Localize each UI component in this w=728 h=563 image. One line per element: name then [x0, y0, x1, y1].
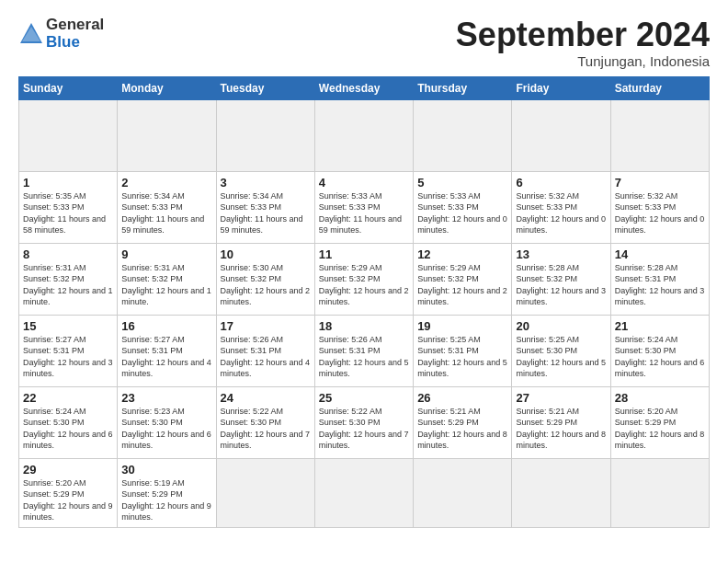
calendar-cell: 3Sunrise: 5:34 AM Sunset: 5:33 PM Daylig…	[216, 171, 314, 243]
day-info: Sunrise: 5:25 AM Sunset: 5:31 PM Dayligh…	[417, 334, 507, 380]
day-info: Sunrise: 5:24 AM Sunset: 5:30 PM Dayligh…	[615, 334, 705, 380]
logo-icon	[18, 21, 44, 47]
title-block: September 2024 Tunjungan, Indonesia	[456, 17, 710, 69]
day-info: Sunrise: 5:21 AM Sunset: 5:29 PM Dayligh…	[516, 406, 606, 452]
day-info: Sunrise: 5:26 AM Sunset: 5:31 PM Dayligh…	[319, 334, 409, 380]
calendar-cell: 13Sunrise: 5:28 AM Sunset: 5:32 PM Dayli…	[512, 243, 610, 315]
col-header-tuesday: Tuesday	[216, 76, 314, 99]
calendar-cell: 6Sunrise: 5:32 AM Sunset: 5:33 PM Daylig…	[512, 171, 610, 243]
header-row: SundayMondayTuesdayWednesdayThursdayFrid…	[19, 76, 710, 99]
day-number: 14	[615, 247, 705, 261]
day-number: 28	[615, 391, 705, 405]
calendar-cell	[314, 99, 413, 171]
day-info: Sunrise: 5:34 AM Sunset: 5:33 PM Dayligh…	[221, 190, 311, 236]
calendar-cell: 10Sunrise: 5:30 AM Sunset: 5:32 PM Dayli…	[216, 243, 314, 315]
calendar-cell: 15Sunrise: 5:27 AM Sunset: 5:31 PM Dayli…	[19, 315, 118, 386]
day-info: Sunrise: 5:33 AM Sunset: 5:33 PM Dayligh…	[319, 190, 409, 236]
day-number: 30	[121, 463, 211, 477]
day-number: 16	[121, 319, 211, 333]
calendar-cell: 28Sunrise: 5:20 AM Sunset: 5:29 PM Dayli…	[610, 386, 709, 458]
logo-blue: Blue	[46, 34, 104, 52]
day-info: Sunrise: 5:28 AM Sunset: 5:32 PM Dayligh…	[516, 262, 606, 308]
header: General Blue September 2024 Tunjungan, I…	[18, 17, 710, 69]
calendar-cell	[512, 99, 610, 171]
col-header-sunday: Sunday	[19, 76, 118, 99]
calendar-cell	[19, 99, 118, 171]
day-number: 4	[319, 176, 409, 190]
calendar-cell: 12Sunrise: 5:29 AM Sunset: 5:32 PM Dayli…	[414, 243, 512, 315]
calendar-cell: 21Sunrise: 5:24 AM Sunset: 5:30 PM Dayli…	[610, 315, 709, 386]
day-number: 11	[319, 247, 409, 261]
day-info: Sunrise: 5:33 AM Sunset: 5:33 PM Dayligh…	[417, 190, 507, 236]
calendar-cell: 14Sunrise: 5:28 AM Sunset: 5:31 PM Dayli…	[610, 243, 709, 315]
day-number: 27	[516, 391, 606, 405]
calendar-cell	[118, 99, 216, 171]
day-info: Sunrise: 5:31 AM Sunset: 5:32 PM Dayligh…	[121, 262, 211, 308]
day-number: 6	[516, 176, 606, 190]
day-info: Sunrise: 5:29 AM Sunset: 5:32 PM Dayligh…	[417, 262, 507, 308]
day-number: 19	[417, 319, 507, 333]
logo-general: General	[46, 17, 104, 34]
day-info: Sunrise: 5:28 AM Sunset: 5:31 PM Dayligh…	[615, 262, 705, 308]
day-info: Sunrise: 5:22 AM Sunset: 5:30 PM Dayligh…	[221, 406, 311, 452]
day-number: 8	[23, 247, 113, 261]
day-number: 9	[121, 247, 211, 261]
calendar-cell: 18Sunrise: 5:26 AM Sunset: 5:31 PM Dayli…	[314, 315, 413, 386]
calendar-cell: 11Sunrise: 5:29 AM Sunset: 5:32 PM Dayli…	[314, 243, 413, 315]
calendar-cell: 1Sunrise: 5:35 AM Sunset: 5:33 PM Daylig…	[19, 171, 118, 243]
day-info: Sunrise: 5:32 AM Sunset: 5:33 PM Dayligh…	[516, 190, 606, 236]
day-info: Sunrise: 5:25 AM Sunset: 5:30 PM Dayligh…	[516, 334, 606, 380]
week-row	[19, 99, 710, 171]
col-header-wednesday: Wednesday	[314, 76, 413, 99]
calendar-cell: 29Sunrise: 5:20 AM Sunset: 5:29 PM Dayli…	[19, 458, 118, 527]
day-number: 23	[121, 391, 211, 405]
day-info: Sunrise: 5:23 AM Sunset: 5:30 PM Dayligh…	[121, 406, 211, 452]
day-number: 21	[615, 319, 705, 333]
day-info: Sunrise: 5:22 AM Sunset: 5:30 PM Dayligh…	[319, 406, 409, 452]
calendar-cell	[610, 458, 709, 527]
calendar-table: SundayMondayTuesdayWednesdayThursdayFrid…	[18, 76, 710, 528]
calendar-cell	[314, 458, 413, 527]
logo: General Blue	[18, 17, 104, 51]
calendar-cell: 7Sunrise: 5:32 AM Sunset: 5:33 PM Daylig…	[610, 171, 709, 243]
day-info: Sunrise: 5:34 AM Sunset: 5:33 PM Dayligh…	[121, 190, 211, 236]
day-number: 2	[121, 176, 211, 190]
col-header-saturday: Saturday	[610, 76, 709, 99]
calendar-cell: 20Sunrise: 5:25 AM Sunset: 5:30 PM Dayli…	[512, 315, 610, 386]
day-number: 24	[221, 391, 311, 405]
location: Tunjungan, Indonesia	[456, 53, 710, 69]
day-info: Sunrise: 5:20 AM Sunset: 5:29 PM Dayligh…	[23, 477, 113, 523]
day-number: 18	[319, 319, 409, 333]
calendar-cell	[610, 99, 709, 171]
calendar-cell: 16Sunrise: 5:27 AM Sunset: 5:31 PM Dayli…	[118, 315, 216, 386]
calendar-cell: 8Sunrise: 5:31 AM Sunset: 5:32 PM Daylig…	[19, 243, 118, 315]
day-info: Sunrise: 5:31 AM Sunset: 5:32 PM Dayligh…	[23, 262, 113, 308]
calendar-cell: 17Sunrise: 5:26 AM Sunset: 5:31 PM Dayli…	[216, 315, 314, 386]
day-info: Sunrise: 5:27 AM Sunset: 5:31 PM Dayligh…	[121, 334, 211, 380]
col-header-friday: Friday	[512, 76, 610, 99]
day-number: 1	[23, 176, 113, 190]
calendar-cell: 27Sunrise: 5:21 AM Sunset: 5:29 PM Dayli…	[512, 386, 610, 458]
day-number: 17	[221, 319, 311, 333]
day-number: 15	[23, 319, 113, 333]
day-info: Sunrise: 5:27 AM Sunset: 5:31 PM Dayligh…	[23, 334, 113, 380]
day-info: Sunrise: 5:19 AM Sunset: 5:29 PM Dayligh…	[121, 477, 211, 523]
col-header-thursday: Thursday	[414, 76, 512, 99]
calendar-cell	[512, 458, 610, 527]
day-info: Sunrise: 5:32 AM Sunset: 5:33 PM Dayligh…	[615, 190, 705, 236]
day-number: 12	[417, 247, 507, 261]
day-number: 25	[319, 391, 409, 405]
calendar-cell	[414, 99, 512, 171]
day-info: Sunrise: 5:29 AM Sunset: 5:32 PM Dayligh…	[319, 262, 409, 308]
calendar-cell	[216, 458, 314, 527]
calendar-cell: 30Sunrise: 5:19 AM Sunset: 5:29 PM Dayli…	[118, 458, 216, 527]
svg-marker-1	[22, 27, 40, 41]
day-info: Sunrise: 5:30 AM Sunset: 5:32 PM Dayligh…	[221, 262, 311, 308]
day-info: Sunrise: 5:20 AM Sunset: 5:29 PM Dayligh…	[615, 406, 705, 452]
month-title: September 2024	[456, 17, 710, 53]
logo-text: General Blue	[46, 17, 104, 51]
calendar-cell: 19Sunrise: 5:25 AM Sunset: 5:31 PM Dayli…	[414, 315, 512, 386]
page: General Blue September 2024 Tunjungan, I…	[0, 0, 728, 563]
week-row: 29Sunrise: 5:20 AM Sunset: 5:29 PM Dayli…	[19, 458, 710, 527]
day-info: Sunrise: 5:26 AM Sunset: 5:31 PM Dayligh…	[221, 334, 311, 380]
